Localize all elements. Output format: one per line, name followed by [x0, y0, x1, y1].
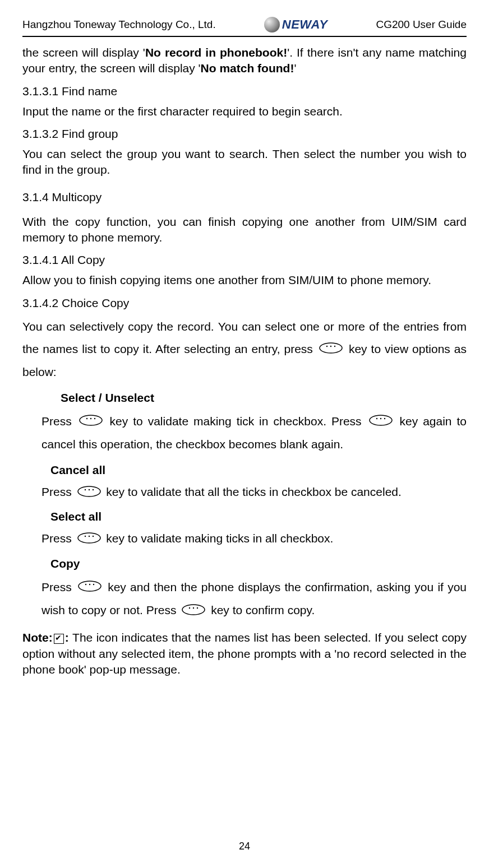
intro-text-post: ' [294, 62, 296, 75]
svg-point-22 [89, 584, 90, 585]
svg-point-12 [78, 486, 100, 496]
heading-3141: 3.1.4.1 All Copy [22, 253, 467, 267]
option-copy-body: Press key and then the phone displays th… [41, 576, 467, 623]
svg-point-11 [384, 418, 385, 419]
body-314: With the copy function, you can finish c… [22, 214, 467, 246]
svg-point-6 [90, 418, 91, 419]
body-3132: You can select the group you want to sea… [22, 146, 467, 178]
heading-314: 3.1.4 Multicopy [22, 191, 467, 204]
su-t1: Press [41, 415, 77, 428]
sa-t1: Press [41, 532, 75, 545]
svg-point-25 [189, 607, 190, 608]
soft-key-icon [369, 411, 393, 433]
ca-t2: key to validate that all the ticks in ch… [106, 485, 401, 498]
soft-key-icon [77, 484, 101, 503]
note-block: Note:: The icon indicates that the names… [22, 630, 467, 677]
ca-t1: Press [41, 485, 75, 498]
body-3142-intro: You can selectively copy the record. You… [22, 315, 467, 383]
heading-3131: 3.1.3.1 Find name [22, 85, 467, 98]
company-name: Hangzhou Toneway Technology Co., Ltd. [22, 18, 216, 31]
svg-point-3 [334, 346, 335, 347]
intro-bold-1: No record in phonebook! [145, 46, 287, 59]
svg-point-8 [370, 415, 392, 425]
svg-point-26 [193, 607, 194, 608]
page-header: Hangzhou Toneway Technology Co., Ltd. NE… [22, 17, 467, 37]
option-cancel-all-body: Press key to validate that all the ticks… [41, 482, 467, 502]
cp-t3: key to confirm copy. [211, 604, 315, 616]
body-3141: Allow you to finish copying items one an… [22, 272, 467, 288]
intro-paragraph: the screen will display 'No record in ph… [22, 45, 467, 77]
logo-text: NEWAY [282, 17, 328, 32]
svg-point-27 [197, 607, 198, 608]
svg-point-24 [182, 605, 205, 615]
brand-logo: NEWAY [264, 17, 328, 33]
body-3132-text: You can select the group you want to sea… [22, 147, 467, 176]
svg-point-18 [88, 536, 89, 537]
option-select-all-body: Press key to validate making ticks in al… [41, 529, 467, 549]
intro-bold-2: No match found! [201, 62, 294, 75]
svg-point-9 [376, 418, 377, 419]
soft-key-icon [79, 411, 103, 433]
svg-point-1 [326, 346, 327, 347]
heading-3132: 3.1.3.2 Find group [22, 127, 467, 141]
option-select-unselect-body: Press key to validate making tick in che… [41, 410, 467, 456]
soft-key-icon [319, 338, 343, 361]
globe-icon [264, 17, 280, 33]
soft-key-icon [78, 577, 102, 599]
svg-point-20 [79, 581, 101, 591]
su-t2: key to validate making tick in checkbox.… [110, 415, 367, 428]
soft-key-icon [182, 600, 205, 623]
svg-point-2 [330, 346, 331, 347]
svg-point-23 [93, 584, 94, 585]
guide-title: CG200 User Guide [376, 18, 467, 31]
svg-point-15 [92, 489, 93, 490]
svg-point-17 [84, 536, 85, 537]
note-colon: : [65, 631, 72, 644]
svg-point-13 [84, 489, 85, 490]
option-select-all-label: Select all [50, 510, 467, 523]
option-copy-label: Copy [50, 557, 467, 570]
body-3131: Input the name or the first character re… [22, 104, 467, 119]
cp-t1: Press [41, 581, 76, 593]
sa-t2: key to validate making ticks in all chec… [106, 532, 333, 545]
option-select-unselect-label: Select / Unselect [61, 391, 467, 405]
svg-point-21 [85, 584, 86, 585]
note-body: The icon indicates that the names list h… [22, 631, 467, 676]
svg-point-7 [94, 418, 95, 419]
svg-point-10 [380, 418, 381, 419]
note-lead: Note: [22, 631, 53, 644]
svg-point-5 [86, 418, 87, 419]
page-number: 24 [0, 841, 489, 852]
intro-text-pre: the screen will display ' [22, 46, 145, 59]
svg-point-16 [78, 533, 100, 543]
soft-key-icon [77, 530, 101, 549]
svg-point-14 [88, 489, 89, 490]
checkbox-tick-icon [54, 634, 64, 644]
heading-3142: 3.1.4.2 Choice Copy [22, 296, 467, 310]
svg-point-19 [92, 536, 93, 537]
svg-point-0 [320, 343, 342, 353]
svg-point-4 [80, 415, 102, 425]
option-cancel-all-label: Cancel all [50, 463, 467, 477]
